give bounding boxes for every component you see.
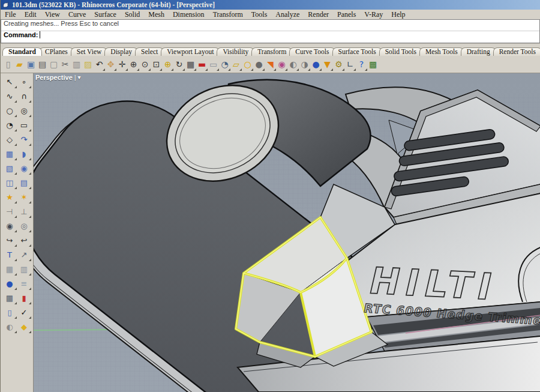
gear-icon[interactable]: ⚙ <box>333 58 344 71</box>
undo-icon[interactable]: ↶ <box>94 58 105 71</box>
copy-icon[interactable]: ▥ <box>71 58 82 71</box>
extrude-tool-icon[interactable]: ▤ <box>17 175 31 190</box>
paste-icon[interactable]: ▨ <box>82 58 94 71</box>
xray-sphere-icon[interactable]: ◑ <box>299 58 310 71</box>
named-view-icon[interactable]: ▬ <box>196 58 208 71</box>
tab-mesh-tools[interactable]: Mesh Tools <box>419 47 464 56</box>
color-wheel-icon[interactable]: ◉ <box>276 58 287 71</box>
lights-panel-icon[interactable]: ≡ <box>17 276 31 291</box>
perspective-viewport[interactable]: HILTI RTC 6000 Hedge Trimmer Perspective… <box>34 73 540 392</box>
render-preview-icon[interactable]: ● <box>2 276 17 291</box>
menu-render[interactable]: Render <box>304 10 333 19</box>
menu-panels[interactable]: Panels <box>333 10 360 19</box>
tab-cplanes[interactable]: CPlanes <box>39 47 74 56</box>
help-icon[interactable]: ? <box>356 58 367 71</box>
menu-transform[interactable]: Transform <box>209 10 247 19</box>
tab-transform[interactable]: Transform <box>251 47 292 56</box>
blend-curve-icon[interactable]: ↩ <box>17 233 31 247</box>
open-folder-icon[interactable]: ▰ <box>14 58 25 71</box>
tab-standard[interactable]: Standard <box>2 47 42 56</box>
select-pointer-icon[interactable]: ↖ <box>2 74 17 89</box>
tab-render-tools[interactable]: Render Tools <box>493 47 540 56</box>
menu-tools[interactable]: Tools <box>247 10 272 19</box>
fillet-curve-icon[interactable]: ↷ <box>17 132 31 146</box>
tab-drafting[interactable]: Drafting <box>461 47 496 56</box>
menu-edit[interactable]: Edit <box>20 10 41 19</box>
lock-icon[interactable]: ● <box>253 58 265 71</box>
viewport-canvas[interactable]: HILTI RTC 6000 Hedge Trimmer <box>34 73 540 392</box>
trim-tool-icon[interactable]: ⊣ <box>2 204 17 219</box>
sketch-curve-icon[interactable]: ∩ <box>17 89 31 103</box>
zoom-window-icon[interactable]: ⊡ <box>151 58 162 71</box>
menu-help[interactable]: Help <box>387 10 409 19</box>
notes-icon[interactable]: ▯ <box>2 305 17 319</box>
split-tool-icon[interactable]: ⊥ <box>17 204 31 219</box>
smash-icon[interactable]: ✶ <box>17 190 31 204</box>
array-tool-icon[interactable]: ▦ <box>2 262 17 276</box>
arc-tool-icon[interactable]: ◔ <box>2 118 17 132</box>
rectangle-tool-icon[interactable]: ▭ <box>17 118 31 132</box>
cylinder-tool-icon[interactable]: ◫ <box>2 175 17 190</box>
point-tool-icon[interactable]: ∘ <box>17 74 31 89</box>
menu-solid[interactable]: Solid <box>121 10 144 19</box>
grasshopper-icon[interactable]: ▩ <box>367 58 379 71</box>
cut-icon[interactable]: ✂ <box>59 58 71 71</box>
save-icon[interactable]: ▣ <box>25 58 37 71</box>
text-tool-icon[interactable]: T <box>2 247 17 262</box>
tab-viewport-layout[interactable]: Viewport Layout <box>161 47 220 56</box>
check-select-icon[interactable]: ✓ <box>17 305 31 319</box>
boolean-difference-icon[interactable]: ◎ <box>17 219 31 233</box>
menu-surface[interactable]: Surface <box>90 10 121 19</box>
show-edges-icon[interactable]: ▱ <box>230 58 242 71</box>
spotlight-icon[interactable]: ▼ <box>322 58 333 71</box>
lamp-icon[interactable]: ○ <box>242 58 253 71</box>
shaded-sphere-icon[interactable]: ◐ <box>287 58 299 71</box>
boolean-union-icon[interactable]: ◉ <box>2 219 17 233</box>
menu-curve[interactable]: Curve <box>64 10 90 19</box>
tab-surface-tools[interactable]: Surface Tools <box>332 47 382 56</box>
menu-dimension[interactable]: Dimension <box>169 10 209 19</box>
rotate-view-icon[interactable]: ↻ <box>173 58 185 71</box>
vray-icon[interactable]: ◥ <box>265 58 276 71</box>
tab-visibility[interactable]: Visibility <box>217 47 254 56</box>
duplicate-icon[interactable]: ▢ <box>48 58 59 71</box>
zoom-extents-icon[interactable]: ⊕ <box>128 58 139 71</box>
command-input-line[interactable]: Command: <box>1 31 539 43</box>
gumball-icon[interactable]: ▮ <box>17 291 31 305</box>
render-sphere-icon[interactable]: ● <box>310 58 322 71</box>
menu-file[interactable]: File <box>1 10 20 19</box>
tab-solid-tools[interactable]: Solid Tools <box>379 47 422 56</box>
surface-sweep-icon[interactable]: ◗ <box>17 146 31 161</box>
move-gizmo-icon[interactable]: ✛ <box>116 58 128 71</box>
sphere-tool-icon[interactable]: ◉ <box>17 161 31 175</box>
extend-curve-icon[interactable]: ↪ <box>2 233 17 247</box>
array-linear-icon[interactable]: ▥ <box>17 262 31 276</box>
print-icon[interactable]: ▤ <box>37 58 48 71</box>
zoom-selected-icon[interactable]: ⊕ <box>162 58 173 71</box>
history-icon[interactable]: ∟ <box>344 58 356 71</box>
tab-select[interactable]: Select <box>135 47 164 56</box>
move-points-icon[interactable]: ↗ <box>17 247 31 262</box>
new-file-icon[interactable]: ▯ <box>2 58 14 71</box>
polygon-tool-icon[interactable]: ◇ <box>2 132 17 146</box>
pan-hand-icon[interactable]: ✥ <box>105 58 116 71</box>
menu-view[interactable]: View <box>41 10 64 19</box>
menu-analyze[interactable]: Analyze <box>271 10 304 19</box>
tab-display[interactable]: Display <box>104 47 138 56</box>
surface-from-points-icon[interactable]: ▦ <box>2 146 17 161</box>
viewport-layout-icon[interactable]: ▦ <box>185 58 196 71</box>
tab-set-view[interactable]: Set View <box>71 47 108 56</box>
ellipse-tool-icon[interactable]: ◎ <box>17 103 31 118</box>
box-tool-icon[interactable]: ▧ <box>2 161 17 175</box>
set-cplane-icon[interactable]: ▭ <box>208 58 219 71</box>
circle-tool-icon[interactable]: ○ <box>2 103 17 118</box>
zoom-dynamic-icon[interactable]: ⊙ <box>139 58 151 71</box>
control-point-curve-icon[interactable]: ∿ <box>2 89 17 103</box>
ghosted-sphere-icon[interactable]: ◐ <box>2 319 17 334</box>
tab-curve-tools[interactable]: Curve Tools <box>289 47 335 56</box>
explode-icon[interactable]: ★ <box>2 190 17 204</box>
snap-grid-icon[interactable]: ▦ <box>2 291 17 305</box>
menu-vray[interactable]: V-Ray <box>360 10 387 19</box>
menu-mesh[interactable]: Mesh <box>144 10 169 19</box>
viewport-title-dropdown[interactable]: Perspective | ▾ <box>35 74 80 81</box>
